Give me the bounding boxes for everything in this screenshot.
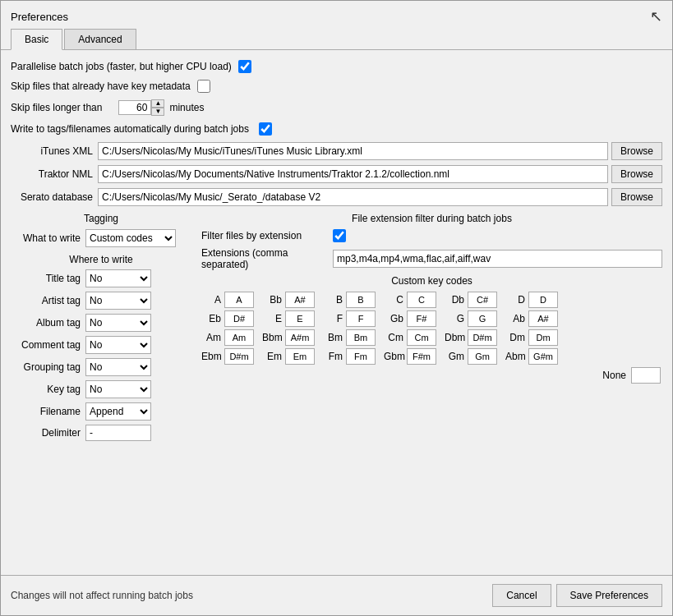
ext-label: Extensions (comma separated) xyxy=(201,247,333,270)
key-input-None[interactable] xyxy=(631,367,661,384)
itunes-row: iTunes XML Browse xyxy=(11,142,662,160)
album-tag-select[interactable]: NoYesPrependAppend xyxy=(85,314,151,332)
artist-tag-row: Artist tag NoYesPrependAppend xyxy=(11,292,191,310)
skip-key-label: Skip files that already have key metadat… xyxy=(11,80,191,92)
cancel-button[interactable]: Cancel xyxy=(492,584,551,607)
key-input-Eb[interactable] xyxy=(224,310,254,327)
serato-browse-btn[interactable]: Browse xyxy=(611,188,662,206)
note-Dbm: Dbm xyxy=(445,332,464,343)
itunes-input[interactable] xyxy=(98,142,608,160)
key-input-Bm[interactable] xyxy=(346,329,376,346)
key-input-Dm[interactable] xyxy=(528,329,558,346)
filter-ext-label: Filter files by extension xyxy=(201,230,333,241)
tagging-panel: Tagging What to write Custom codes Key n… xyxy=(11,213,191,445)
serato-row: Serato database Browse xyxy=(11,188,662,206)
note-Eb: Eb xyxy=(201,313,221,324)
title-tag-label: Title tag xyxy=(11,273,81,284)
grouping-tag-label: Grouping tag xyxy=(11,361,81,373)
note-B: B xyxy=(323,294,343,306)
skip-long-row: Skip files longer than ▲ ▼ minutes xyxy=(11,99,662,116)
ext-row: Extensions (comma separated) xyxy=(201,247,662,270)
note-Db: Db xyxy=(445,294,464,306)
write-tags-row: Write to tags/filenames automatically du… xyxy=(11,122,662,136)
key-input-B[interactable] xyxy=(346,292,376,308)
delimiter-label: Delimiter xyxy=(11,427,81,439)
key-input-G[interactable] xyxy=(468,310,497,327)
key-input-Bb[interactable] xyxy=(285,292,315,308)
filename-row: Filename NoYesPrependAppend xyxy=(11,402,191,421)
save-preferences-button[interactable]: Save Preferences xyxy=(556,584,662,607)
note-Fm: Fm xyxy=(323,351,343,362)
key-tag-select[interactable]: NoYesPrependAppend xyxy=(85,380,151,398)
what-select[interactable]: Custom codes Key notation Camelot codes xyxy=(85,229,176,247)
key-codes-grid: A Bb B C Db xyxy=(201,292,662,384)
grouping-tag-select[interactable]: NoYesPrependAppend xyxy=(85,358,151,376)
key-input-Cm[interactable] xyxy=(407,329,436,346)
delimiter-row: Delimiter xyxy=(11,425,191,441)
key-input-Ab[interactable] xyxy=(528,310,558,327)
filename-select[interactable]: NoYesPrependAppend xyxy=(85,402,151,421)
key-input-Gbm[interactable] xyxy=(407,348,436,365)
spinner-up[interactable]: ▲ xyxy=(151,99,164,108)
traktor-input[interactable] xyxy=(98,165,608,183)
tab-advanced[interactable]: Advanced xyxy=(64,29,136,49)
key-input-E[interactable] xyxy=(285,310,315,327)
note-Ab: Ab xyxy=(505,313,525,324)
artist-tag-select[interactable]: NoYesPrependAppend xyxy=(85,292,151,310)
what-to-write-row: What to write Custom codes Key notation … xyxy=(11,229,191,247)
parallelise-checkbox[interactable] xyxy=(238,60,251,73)
comment-tag-select[interactable]: NoYesPrependAppend xyxy=(85,336,151,354)
note-Bbm: Bbm xyxy=(262,332,282,343)
skip-key-checkbox[interactable] xyxy=(197,80,210,93)
key-input-Db[interactable] xyxy=(468,292,497,308)
where-to-write-label: Where to write xyxy=(11,254,191,265)
preferences-window: Preferences ↖ Basic Advanced Parallelise… xyxy=(0,0,673,616)
parallelise-row: Parallelise batch jobs (faster, but high… xyxy=(11,60,662,73)
tagging-title: Tagging xyxy=(11,213,191,224)
note-Bb: Bb xyxy=(262,294,282,306)
serato-input[interactable] xyxy=(98,188,608,206)
main-panels: Tagging What to write Custom codes Key n… xyxy=(11,213,662,445)
minutes-label: minutes xyxy=(169,102,204,113)
spinner-buttons: ▲ ▼ xyxy=(151,99,164,116)
key-input-Gm[interactable] xyxy=(468,348,497,365)
serato-label: Serato database xyxy=(11,191,93,203)
note-E: E xyxy=(262,313,282,324)
spinner-down[interactable]: ▼ xyxy=(151,108,164,116)
grouping-tag-row: Grouping tag NoYesPrependAppend xyxy=(11,358,191,376)
note-Dm: Dm xyxy=(505,332,525,343)
what-label: What to write xyxy=(11,232,81,244)
key-input-Abm[interactable] xyxy=(528,348,558,365)
key-input-Ebm[interactable] xyxy=(224,348,254,365)
itunes-browse-btn[interactable]: Browse xyxy=(611,142,662,160)
note-G: G xyxy=(445,313,464,324)
title-tag-select[interactable]: NoYesPrependAppend xyxy=(85,269,151,287)
key-input-A[interactable] xyxy=(224,292,254,308)
filter-panel: File extension filter during batch jobs … xyxy=(201,213,662,445)
key-input-Am[interactable] xyxy=(224,329,254,346)
filter-checkbox[interactable] xyxy=(333,229,346,242)
cursor-indicator: ↖ xyxy=(650,7,662,25)
note-A: A xyxy=(201,294,221,306)
filename-label: Filename xyxy=(11,406,81,417)
skip-long-spinner: ▲ ▼ xyxy=(118,99,164,116)
ext-input[interactable] xyxy=(333,250,662,268)
tab-basic[interactable]: Basic xyxy=(11,29,62,50)
window-title: Preferences xyxy=(11,11,68,23)
key-input-Fm[interactable] xyxy=(346,348,376,365)
key-input-C[interactable] xyxy=(407,292,436,308)
key-input-Bbm[interactable] xyxy=(285,329,315,346)
key-input-Em[interactable] xyxy=(285,348,315,365)
key-input-Dbm[interactable] xyxy=(468,329,497,346)
key-input-D[interactable] xyxy=(528,292,558,308)
note-None: None xyxy=(602,370,626,381)
traktor-row: Traktor NML Browse xyxy=(11,165,662,183)
key-row-3: Am Bbm Bm Cm Dbm xyxy=(201,329,662,346)
key-input-Gb[interactable] xyxy=(407,310,436,327)
skip-long-input[interactable] xyxy=(118,100,151,115)
footer-message: Changes will not affect running batch jo… xyxy=(11,590,193,601)
key-input-F[interactable] xyxy=(346,310,376,327)
delimiter-input[interactable] xyxy=(85,425,151,441)
traktor-browse-btn[interactable]: Browse xyxy=(611,165,662,183)
write-tags-checkbox[interactable] xyxy=(259,122,272,136)
